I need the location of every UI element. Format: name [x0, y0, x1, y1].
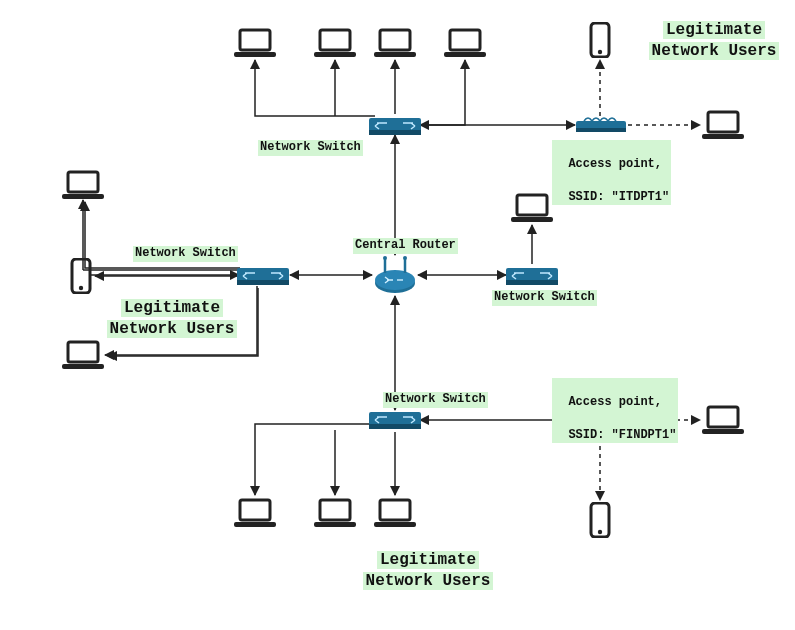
ap-top-label: Access point, SSID: "ITDPT1"	[552, 140, 671, 205]
laptop-icon	[374, 28, 416, 58]
laptop-icon	[62, 170, 104, 200]
laptop-icon	[234, 28, 276, 58]
legit-top-line2: Network Users	[649, 42, 780, 60]
legitimate-users-left: Legitimate Network Users	[92, 298, 252, 340]
laptop-icon	[314, 498, 356, 528]
laptop-icon	[234, 498, 276, 528]
laptop-icon	[314, 28, 356, 58]
legit-left-line1: Legitimate	[121, 299, 223, 317]
access-point-icon	[576, 115, 626, 133]
ap-bottom-label-line2: SSID: "FINDPT1"	[568, 428, 676, 442]
router-icon	[373, 253, 417, 297]
legitimate-users-bottom: Legitimate Network Users	[348, 550, 508, 592]
central-router-label: Central Router	[353, 238, 458, 254]
switch-icon	[506, 264, 558, 286]
ap-bottom-label-line1: Access point,	[568, 395, 662, 409]
legit-bottom-line2: Network Users	[363, 572, 494, 590]
phone-icon	[589, 22, 611, 58]
ap-top-label-line1: Access point,	[568, 157, 662, 171]
laptop-icon	[374, 498, 416, 528]
legitimate-users-top: Legitimate Network Users	[634, 20, 794, 62]
switch-icon	[369, 114, 421, 136]
ap-top-label-line2: SSID: "ITDPT1"	[568, 190, 669, 204]
laptop-icon	[511, 193, 553, 223]
legit-bottom-line1: Legitimate	[377, 551, 479, 569]
legit-top-line1: Legitimate	[663, 21, 765, 39]
ap-bottom-label: Access point, SSID: "FINDPT1"	[552, 378, 678, 443]
legit-left-line2: Network Users	[107, 320, 238, 338]
laptop-icon	[702, 110, 744, 140]
phone-icon	[70, 258, 92, 294]
switch-left-label: Network Switch	[133, 246, 238, 262]
laptop-icon	[62, 340, 104, 370]
phone-icon	[589, 502, 611, 538]
switch-right-label: Network Switch	[492, 290, 597, 306]
switch-bottom-label: Network Switch	[383, 392, 488, 408]
switch-icon	[369, 408, 421, 430]
switch-icon	[237, 264, 289, 286]
laptop-icon	[702, 405, 744, 435]
switch-top-label: Network Switch	[258, 140, 363, 156]
laptop-icon	[444, 28, 486, 58]
